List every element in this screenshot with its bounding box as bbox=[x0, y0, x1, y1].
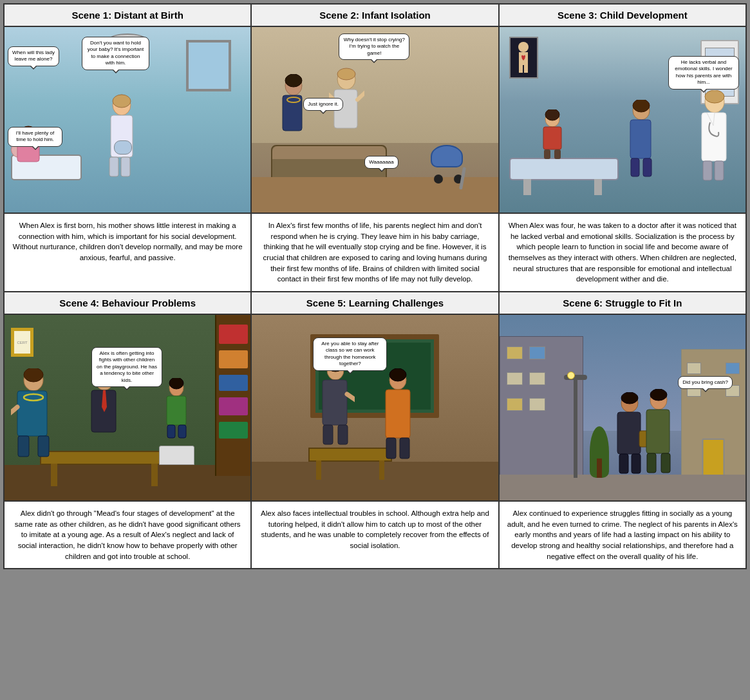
svg-point-14 bbox=[337, 68, 355, 80]
svg-rect-29 bbox=[715, 161, 724, 180]
svg-rect-50 bbox=[178, 425, 186, 438]
svg-point-60 bbox=[389, 368, 406, 381]
scene6-description: Alex continued to experience struggles f… bbox=[500, 502, 745, 568]
chair bbox=[159, 446, 194, 465]
svg-rect-43 bbox=[38, 436, 49, 457]
svg-point-17 bbox=[518, 42, 529, 52]
bubble4-1: Alex is often getting into fights with o… bbox=[91, 347, 162, 387]
bubble1-1: When will this lady leave me alone? bbox=[8, 46, 59, 66]
svg-rect-25 bbox=[554, 149, 561, 159]
svg-rect-70 bbox=[646, 410, 670, 453]
bookshelf bbox=[215, 315, 250, 476]
bubble3-1: He lacks verbal and emotional skills. I … bbox=[668, 56, 739, 90]
bubble2-2: Just ignore it. bbox=[303, 98, 343, 111]
scene1-cell: Scene 1: Distant at Birth bbox=[5, 5, 252, 291]
scene5-title: Scene 5: Learning Challenges bbox=[252, 292, 498, 315]
nurse-figure bbox=[104, 93, 140, 184]
svg-rect-72 bbox=[647, 453, 656, 473]
scene1-description: When Alex is first born, his mother show… bbox=[5, 214, 250, 291]
svg-rect-73 bbox=[661, 453, 670, 473]
svg-rect-34 bbox=[631, 158, 639, 176]
row-2: Scene 4: Behaviour Problems bbox=[5, 292, 745, 568]
teacher-desk bbox=[308, 448, 392, 462]
svg-rect-3 bbox=[121, 157, 130, 176]
sidewalk bbox=[500, 475, 745, 500]
row-1: Scene 1: Distant at Birth bbox=[5, 5, 745, 292]
svg-rect-55 bbox=[338, 425, 348, 444]
svg-rect-32 bbox=[630, 120, 651, 158]
baby-bundle bbox=[114, 140, 132, 155]
principal-desk bbox=[40, 451, 169, 465]
svg-rect-64 bbox=[617, 412, 641, 454]
scene3-description: When Alex was four, he was taken to a do… bbox=[500, 214, 745, 291]
scene2-cell: Scene 2: Infant Isolation bbox=[252, 5, 499, 291]
classroom-floor bbox=[252, 462, 498, 500]
storyboard: Scene 1: Distant at Birth bbox=[3, 3, 747, 569]
svg-rect-42 bbox=[18, 436, 29, 457]
svg-rect-62 bbox=[400, 438, 409, 459]
svg-rect-28 bbox=[703, 161, 712, 180]
scene2-description: In Alex's first few months of life, his … bbox=[252, 214, 498, 291]
body-poster bbox=[509, 37, 538, 79]
scene2-title: Scene 2: Infant Isolation bbox=[252, 5, 498, 27]
scene1-image: When will this lady leave me alone? Don'… bbox=[5, 27, 250, 214]
street-lamp bbox=[574, 375, 577, 478]
svg-point-10 bbox=[285, 74, 302, 87]
building-right bbox=[681, 349, 745, 478]
scene2-image: Why doesn't it stop crying? I'm trying t… bbox=[252, 27, 498, 214]
scene3-image: He lacks verbal and emotional skills. I … bbox=[500, 27, 745, 214]
building-left bbox=[500, 336, 583, 478]
scene3-title: Scene 3: Child Development bbox=[500, 5, 745, 27]
svg-point-4 bbox=[113, 95, 131, 108]
scene4-image: CERT bbox=[5, 315, 250, 502]
bubble2-1: Why doesn't it stop crying? I'm trying t… bbox=[339, 33, 409, 60]
angry-mother bbox=[11, 368, 56, 465]
svg-rect-68 bbox=[632, 454, 641, 473]
body-diagram bbox=[514, 42, 533, 74]
svg-rect-35 bbox=[643, 158, 652, 176]
tree bbox=[590, 426, 609, 478]
svg-point-48 bbox=[169, 378, 183, 389]
scene4-title: Scene 4: Behaviour Problems bbox=[5, 292, 250, 315]
stroller-body bbox=[431, 145, 463, 167]
svg-point-65 bbox=[621, 392, 638, 404]
svg-line-56 bbox=[347, 394, 355, 404]
child-figure bbox=[538, 109, 567, 161]
svg-rect-49 bbox=[167, 425, 175, 438]
svg-rect-61 bbox=[386, 438, 396, 459]
office-floor bbox=[5, 465, 250, 500]
svg-rect-22 bbox=[543, 127, 561, 149]
svg-rect-20 bbox=[524, 65, 528, 73]
hospital-window bbox=[186, 40, 231, 91]
svg-rect-52 bbox=[323, 380, 347, 425]
exam-table bbox=[509, 158, 619, 180]
scene6-image: Did you bring cash? bbox=[500, 315, 745, 502]
stroller bbox=[431, 145, 466, 184]
bubble2-3: Waaaaaaa bbox=[364, 156, 398, 169]
certificate: CERT bbox=[11, 328, 33, 357]
svg-point-33 bbox=[633, 100, 650, 112]
alex-student bbox=[380, 368, 416, 462]
svg-rect-59 bbox=[386, 390, 410, 438]
svg-rect-67 bbox=[619, 454, 628, 473]
svg-rect-24 bbox=[544, 149, 550, 159]
scene5-cell: Scene 5: Learning Challenges bbox=[252, 292, 499, 568]
bubble5-1: Are you able to stay after class so we c… bbox=[313, 337, 387, 371]
svg-point-30 bbox=[705, 90, 724, 103]
scene4-cell: Scene 4: Behaviour Problems bbox=[5, 292, 252, 568]
scene6-cell: Scene 6: Struggle to Fit In bbox=[500, 292, 745, 568]
stroller-wheel-left bbox=[434, 175, 443, 184]
bubble1-2: Don't you want to hold your baby? It's i… bbox=[82, 37, 149, 70]
couch-mother bbox=[277, 74, 310, 151]
svg-point-71 bbox=[650, 389, 667, 401]
scene3-cell: Scene 3: Child Development bbox=[500, 5, 745, 291]
scene6-title: Scene 6: Struggle to Fit In bbox=[500, 292, 745, 315]
doctor-figure bbox=[694, 90, 736, 184]
svg-rect-47 bbox=[167, 396, 186, 425]
bubble6-1: Did you bring cash? bbox=[678, 376, 733, 389]
svg-point-23 bbox=[545, 109, 559, 120]
scene5-image: Are you able to stay after class so we c… bbox=[252, 315, 498, 502]
scene5-description: Alex also faces intellectual troubles in… bbox=[252, 502, 498, 568]
svg-line-44 bbox=[11, 407, 17, 417]
doctor-mother bbox=[625, 100, 657, 184]
